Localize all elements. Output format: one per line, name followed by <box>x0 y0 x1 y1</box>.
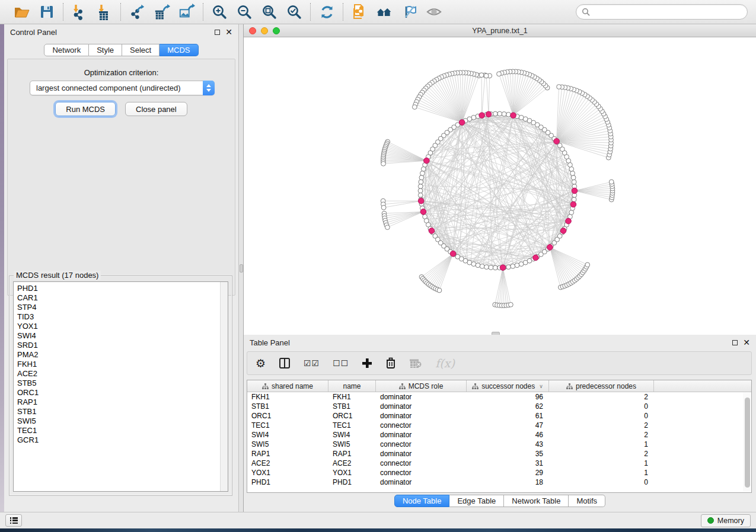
network-node[interactable] <box>419 180 423 184</box>
network-node[interactable] <box>418 184 423 189</box>
network-node[interactable] <box>519 115 524 120</box>
cell-predecessor-nodes[interactable]: 1 <box>549 440 654 448</box>
settings-gear-icon[interactable]: ⚙ <box>256 355 266 371</box>
network-node[interactable] <box>497 72 502 76</box>
cell-name[interactable]: PHD1 <box>328 478 376 486</box>
list-item[interactable]: RAP1 <box>17 398 228 407</box>
list-item[interactable]: TEC1 <box>17 426 228 435</box>
table-row[interactable]: TEC1TEC1connector472 <box>247 421 751 430</box>
show-panels-button[interactable] <box>5 514 22 527</box>
cell-successor-nodes[interactable]: 46 <box>467 431 549 439</box>
table-scrollbar[interactable] <box>743 393 751 492</box>
cell-MCDS-role[interactable]: connector <box>376 421 467 430</box>
cell-shared-name[interactable]: RAP1 <box>247 450 328 458</box>
cell-predecessor-nodes[interactable]: 2 <box>549 431 654 439</box>
mcds-hub-node[interactable] <box>533 255 539 261</box>
cell-shared-name[interactable]: YOX1 <box>247 469 328 477</box>
mcds-hub-node[interactable] <box>420 209 426 215</box>
zoom-fit-icon[interactable] <box>261 4 277 20</box>
mcds-hub-node[interactable] <box>479 113 485 118</box>
cell-successor-nodes[interactable]: 96 <box>467 393 549 401</box>
tab-network[interactable]: Network <box>44 44 89 56</box>
network-node[interactable] <box>418 188 423 193</box>
cell-predecessor-nodes[interactable]: 0 <box>549 412 654 420</box>
network-node[interactable] <box>419 175 424 180</box>
network-node[interactable] <box>381 161 386 166</box>
mcds-hub-node[interactable] <box>500 265 506 271</box>
cell-MCDS-role[interactable]: connector <box>376 459 467 467</box>
network-node[interactable] <box>572 180 576 184</box>
zoom-out-icon[interactable] <box>236 4 253 20</box>
network-node[interactable] <box>508 302 513 307</box>
cell-predecessor-nodes[interactable]: 2 <box>549 393 654 401</box>
network-node[interactable] <box>480 264 484 269</box>
network-node[interactable] <box>511 264 515 269</box>
column-layout-icon[interactable] <box>279 355 291 371</box>
network-node[interactable] <box>484 265 489 270</box>
result-list-scrollbar[interactable] <box>220 282 228 491</box>
cell-name[interactable]: YOX1 <box>328 469 376 477</box>
export-image-icon[interactable] <box>178 4 195 20</box>
hide-flag-icon[interactable] <box>401 4 417 20</box>
network-node[interactable] <box>569 210 574 215</box>
network-node[interactable] <box>479 73 484 78</box>
tab-node-table[interactable]: Node Table <box>394 495 450 507</box>
network-node[interactable] <box>557 85 562 89</box>
network-node[interactable] <box>506 265 511 270</box>
network-node[interactable] <box>497 111 502 116</box>
network-node[interactable] <box>476 263 480 268</box>
cell-MCDS-role[interactable]: dominator <box>376 402 467 411</box>
cell-name[interactable]: RAP1 <box>328 450 376 458</box>
list-item[interactable]: PHD1 <box>17 284 228 293</box>
tab-motifs[interactable]: Motifs <box>569 495 605 507</box>
export-network-icon[interactable] <box>129 4 145 20</box>
network-node[interactable] <box>493 111 497 116</box>
mcds-hub-node[interactable] <box>572 188 578 194</box>
show-eye-icon[interactable] <box>426 4 442 20</box>
cell-MCDS-role[interactable]: dominator <box>376 393 467 401</box>
table-row[interactable]: PHD1PHD1dominator180 <box>247 477 751 487</box>
export-table-icon[interactable] <box>154 4 170 20</box>
network-node[interactable] <box>471 262 476 267</box>
network-node[interactable] <box>585 262 590 267</box>
cell-shared-name[interactable]: ACE2 <box>247 459 328 467</box>
network-node[interactable] <box>493 265 497 270</box>
network-node[interactable] <box>502 112 506 117</box>
cell-shared-name[interactable]: ORC1 <box>247 412 328 420</box>
network-node[interactable] <box>515 263 519 268</box>
cell-name[interactable]: ACE2 <box>328 459 376 467</box>
cell-predecessor-nodes[interactable]: 2 <box>549 421 654 430</box>
cell-shared-name[interactable]: FKH1 <box>247 393 328 401</box>
mcds-hub-node[interactable] <box>486 111 492 117</box>
tab-mcds[interactable]: MCDS <box>160 44 198 56</box>
cell-successor-nodes[interactable]: 61 <box>467 412 549 420</box>
network-window-titlebar[interactable]: YPA_prune.txt_1 <box>244 24 756 37</box>
network-node[interactable] <box>420 171 425 176</box>
run-mcds-button[interactable]: Run MCDS <box>55 102 116 116</box>
cell-successor-nodes[interactable]: 62 <box>467 402 549 411</box>
clone-network-icon[interactable] <box>351 4 368 20</box>
mcds-result-list[interactable]: PHD1CAR1STP4TID3YOX1SWI4SRD1PMA2FKH1ACE2… <box>13 281 228 492</box>
cell-predecessor-nodes[interactable]: 1 <box>549 469 654 477</box>
vertical-splitter[interactable] <box>239 24 244 513</box>
column-header-successor-nodes[interactable]: successor nodes∨ <box>467 380 549 392</box>
delete-column-icon[interactable] <box>385 355 396 371</box>
column-header-name[interactable]: name <box>328 380 376 392</box>
column-header-MCDS-role[interactable]: MCDS role <box>376 380 467 392</box>
table-row[interactable]: YOX1YOX1connector291 <box>247 468 751 477</box>
network-node[interactable] <box>572 197 576 202</box>
list-item[interactable]: TID3 <box>17 312 228 322</box>
deselect-all-checkboxes-icon[interactable]: ☐☐ <box>333 355 349 371</box>
cell-predecessor-nodes[interactable]: 0 <box>549 402 654 411</box>
mcds-hub-node[interactable] <box>450 251 456 257</box>
list-item[interactable]: SWI4 <box>17 331 228 341</box>
cell-successor-nodes[interactable]: 47 <box>467 421 549 430</box>
cell-successor-nodes[interactable]: 31 <box>467 459 549 467</box>
cell-name[interactable]: FKH1 <box>328 393 376 401</box>
splitter-handle[interactable] <box>240 264 243 273</box>
open-session-icon[interactable] <box>14 4 30 20</box>
table-row[interactable]: ACE2ACE2connector311 <box>247 459 751 468</box>
list-item[interactable]: FKH1 <box>17 360 228 369</box>
list-item[interactable]: SRD1 <box>17 341 228 350</box>
save-session-icon[interactable] <box>39 4 55 20</box>
